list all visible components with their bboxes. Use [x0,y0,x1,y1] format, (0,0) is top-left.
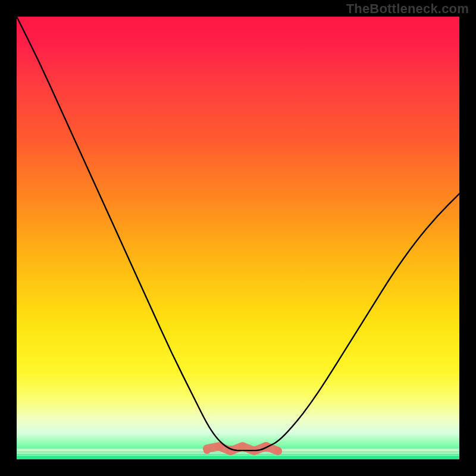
svg-point-3 [239,443,246,450]
plot-area [17,17,459,459]
watermark-text: TheBottleneck.com [346,1,469,17]
bottleneck-curve-line [17,17,459,450]
chart-frame: TheBottleneck.com [0,0,476,476]
svg-point-6 [274,447,281,454]
curve-svg [17,17,459,459]
svg-point-0 [203,447,211,454]
